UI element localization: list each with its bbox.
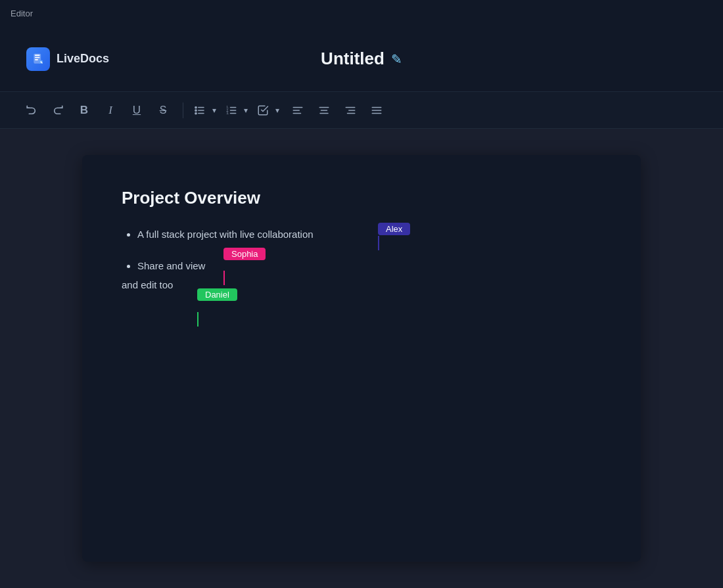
- logo-text: LiveDocs: [57, 52, 109, 66]
- doc-title[interactable]: Untitled: [321, 49, 385, 69]
- toolbar-divider-1: [183, 102, 183, 118]
- svg-rect-3: [35, 59, 38, 60]
- svg-point-9: [195, 106, 197, 108]
- svg-text:✎: ✎: [40, 60, 43, 64]
- bullet-list-group: ▾: [191, 99, 220, 122]
- checklist-button[interactable]: [254, 99, 271, 122]
- numbered-list-button[interactable]: 1. 2. 3.: [223, 99, 240, 122]
- numbered-list-dropdown[interactable]: ▾: [240, 99, 252, 122]
- cursor-line-daniel: [197, 312, 198, 327]
- doc-title-area: Untitled ✎: [321, 49, 402, 69]
- align-left-button[interactable]: [286, 99, 310, 122]
- document[interactable]: Project Overview Alex Sophia Daniel A fu…: [82, 155, 641, 562]
- app-shell: ✎ LiveDocs Untitled ✎ B I: [0, 26, 723, 588]
- bullet-list-button[interactable]: [191, 99, 208, 122]
- document-icon: ✎: [32, 53, 45, 66]
- bullet-list-dropdown[interactable]: ▾: [208, 99, 220, 122]
- title-bar-label: Editor: [11, 9, 33, 18]
- list-item-text-2: Share and view: [137, 260, 205, 271]
- svg-rect-2: [35, 57, 40, 58]
- doc-extra-text: and edit too: [122, 279, 601, 290]
- bold-button[interactable]: B: [72, 99, 96, 122]
- redo-button[interactable]: [46, 99, 70, 122]
- title-bar: Editor: [0, 0, 723, 26]
- cursor-alex: Alex: [378, 223, 410, 235]
- document-list: A full stack project with live collabora…: [122, 227, 601, 274]
- align-justify-button[interactable]: [365, 99, 388, 122]
- numbered-list-group: 1. 2. 3. ▾: [223, 99, 252, 122]
- underline-button[interactable]: U: [125, 99, 149, 122]
- list-item: A full stack project with live collabora…: [137, 227, 601, 242]
- checklist-group: ▾: [254, 99, 283, 122]
- cursor-sophia: Sophia: [223, 248, 266, 260]
- svg-point-10: [195, 109, 197, 110]
- logo-area: ✎ LiveDocs: [26, 47, 109, 71]
- document-heading: Project Overview: [122, 188, 601, 208]
- list-item-text-1: A full stack project with live collabora…: [137, 229, 314, 240]
- svg-text:3.: 3.: [227, 112, 229, 115]
- list-item: Share and view: [137, 258, 601, 274]
- collab-area: Alex Sophia Daniel A full stack project …: [122, 227, 601, 290]
- header: ✎ LiveDocs Untitled ✎: [0, 26, 723, 92]
- italic-button[interactable]: I: [99, 99, 122, 122]
- checklist-dropdown[interactable]: ▾: [271, 99, 283, 122]
- svg-point-11: [195, 112, 197, 114]
- edit-title-icon[interactable]: ✎: [391, 51, 402, 67]
- align-center-button[interactable]: [312, 99, 336, 122]
- content-area[interactable]: Project Overview Alex Sophia Daniel A fu…: [0, 129, 723, 588]
- toolbar: B I U S ▾: [0, 92, 723, 129]
- logo-icon: ✎: [26, 47, 50, 71]
- svg-rect-1: [35, 55, 40, 56]
- cursor-daniel: Daniel: [197, 288, 237, 301]
- undo-button[interactable]: [20, 99, 43, 122]
- align-right-button[interactable]: [338, 99, 362, 122]
- strikethrough-button[interactable]: S: [151, 99, 175, 122]
